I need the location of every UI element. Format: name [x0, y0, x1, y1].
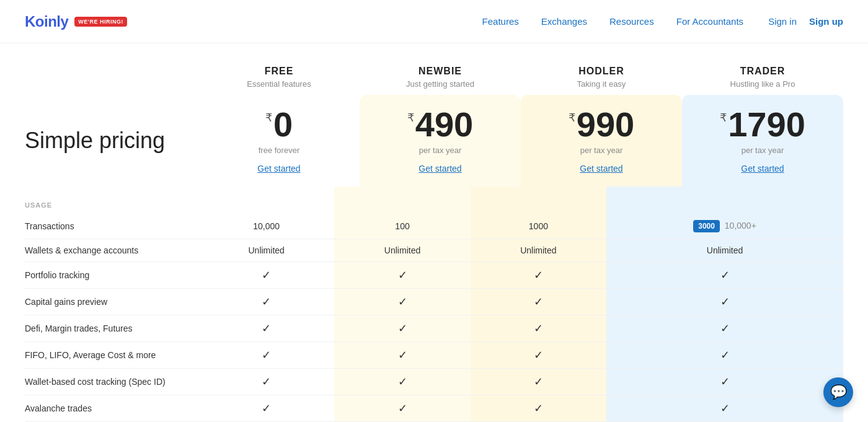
currency-newbie: ₹ — [407, 112, 414, 123]
hiring-badge: WE'RE HIRING! — [74, 17, 127, 27]
nav-features[interactable]: Features — [482, 16, 519, 27]
check-icon: ✓ — [262, 322, 271, 335]
tx-hodler-value: 1000 — [529, 221, 548, 231]
logo-area[interactable]: Koinly WE'RE HIRING! — [25, 13, 127, 30]
val-capital-free: ✓ — [198, 289, 334, 315]
check-icon: ✓ — [720, 296, 730, 308]
val-wallet-cost-free: ✓ — [198, 369, 334, 395]
val-transactions-trader: 3000 10,000+ — [606, 214, 843, 239]
price-cell-hodler: ₹ 990 per tax year Get started — [521, 95, 682, 187]
currency-trader: ₹ — [720, 112, 727, 123]
val-avalanche-trader: ✓ — [606, 395, 843, 422]
price-number-newbie: 490 — [415, 107, 473, 142]
plan-header-hodler: HODLER Taking it easy — [521, 56, 682, 95]
check-icon: ✓ — [534, 296, 543, 308]
price-period-hodler: per tax year — [527, 146, 676, 155]
val-avalanche-newbie: ✓ — [334, 395, 470, 422]
nav-actions: Sign in Sign up — [768, 16, 843, 27]
check-icon: ✓ — [720, 349, 730, 361]
currency-free: ₹ — [265, 112, 272, 123]
price-number-trader: 1790 — [728, 107, 805, 142]
val-transactions-hodler: 1000 — [471, 214, 606, 239]
val-fifo-newbie: ✓ — [334, 342, 470, 369]
price-period-trader: per tax year — [688, 146, 837, 155]
section-label-usage: USAGE — [25, 187, 198, 214]
val-avalanche-hodler: ✓ — [471, 395, 606, 422]
val-defi-hodler: ✓ — [471, 315, 606, 342]
val-defi-trader: ✓ — [606, 315, 843, 342]
check-icon: ✓ — [262, 402, 271, 415]
plan-header-trader: TRADER Hustling like a Pro — [682, 56, 843, 95]
val-portfolio-trader: ✓ — [606, 262, 843, 289]
chat-icon: 💬 — [830, 384, 847, 400]
check-icon: ✓ — [720, 402, 730, 415]
features-table: USAGE Transactions 10,000 100 — [25, 187, 843, 422]
page-title: Simple pricing — [25, 130, 165, 152]
check-icon: ✓ — [262, 296, 271, 308]
check-icon: ✓ — [534, 402, 543, 415]
plan-header-newbie: NEWBIE Just getting started — [360, 56, 521, 95]
row-wallet-cost: Wallet-based cost tracking (Spec ID) ✓ ✓… — [25, 369, 843, 395]
val-wallet-cost-trader: ✓ — [606, 369, 843, 395]
price-cell-free: ₹ 0 free forever Get started — [198, 95, 360, 187]
tx-free-value: 10,000 — [253, 221, 280, 231]
nav-accountants[interactable]: For Accountants — [676, 16, 743, 27]
row-transactions: Transactions 10,000 100 1000 3000 10,000… — [25, 214, 843, 239]
price-amount-newbie: ₹ 490 — [366, 107, 515, 142]
check-icon: ✓ — [534, 349, 543, 361]
check-icon: ✓ — [262, 349, 271, 361]
val-fifo-trader: ✓ — [606, 342, 843, 369]
nav-links: Features Exchanges Resources For Account… — [482, 16, 744, 27]
feature-defi: Defi, Margin trades, Futures — [25, 315, 198, 342]
check-icon: ✓ — [398, 269, 407, 281]
check-icon: ✓ — [398, 402, 407, 415]
row-wallets: Wallets & exchange accounts Unlimited Un… — [25, 239, 843, 262]
val-avalanche-free: ✓ — [198, 395, 334, 422]
check-icon: ✓ — [398, 322, 407, 335]
price-cell-newbie: ₹ 490 per tax year Get started — [360, 95, 521, 187]
val-transactions-free: 10,000 — [198, 214, 334, 239]
chat-bubble[interactable]: 💬 — [823, 377, 853, 407]
signup-link[interactable]: Sign up — [809, 16, 843, 27]
val-portfolio-hodler: ✓ — [471, 262, 606, 289]
check-icon: ✓ — [534, 376, 543, 388]
feature-fifo: FIFO, LIFO, Average Cost & more — [25, 342, 198, 369]
section-usage: USAGE — [25, 187, 843, 214]
feature-portfolio: Portfolio tracking — [25, 262, 198, 289]
nav-exchanges[interactable]: Exchanges — [541, 16, 587, 27]
val-capital-trader: ✓ — [606, 289, 843, 315]
price-amount-hodler: ₹ 990 — [527, 107, 676, 142]
plan-header-free: FREE Essential features — [198, 56, 360, 95]
price-period-newbie: per tax year — [366, 146, 515, 155]
val-wallet-cost-hodler: ✓ — [471, 369, 606, 395]
navigation: Koinly WE'RE HIRING! Features Exchanges … — [0, 0, 868, 43]
feature-transactions: Transactions — [25, 214, 198, 239]
val-wallets-trader: Unlimited — [606, 239, 843, 262]
header-empty-cell — [25, 56, 198, 95]
tx-extra: 10,000+ — [725, 221, 756, 231]
check-icon: ✓ — [534, 269, 543, 281]
val-wallets-hodler: Unlimited — [471, 239, 606, 262]
nav-resources[interactable]: Resources — [609, 16, 654, 27]
cta-trader[interactable]: Get started — [741, 164, 784, 174]
price-amount-free: ₹ 0 — [205, 107, 353, 142]
check-icon: ✓ — [398, 296, 407, 308]
logo-text: Koinly — [25, 13, 68, 30]
val-capital-newbie: ✓ — [334, 289, 470, 315]
check-icon: ✓ — [398, 376, 407, 388]
cta-newbie[interactable]: Get started — [418, 164, 461, 174]
tx-newbie-value: 100 — [395, 221, 409, 231]
val-capital-hodler: ✓ — [471, 289, 606, 315]
price-amount-trader: ₹ 1790 — [688, 107, 837, 142]
price-number-free: 0 — [273, 107, 293, 142]
price-cell-trader: ₹ 1790 per tax year Get started — [682, 95, 843, 187]
cta-free[interactable]: Get started — [257, 164, 300, 174]
price-period-free: free forever — [205, 146, 353, 155]
signin-link[interactable]: Sign in — [768, 16, 797, 27]
feature-wallets: Wallets & exchange accounts — [25, 239, 198, 262]
cta-hodler[interactable]: Get started — [580, 164, 622, 174]
row-portfolio: Portfolio tracking ✓ ✓ ✓ ✓ — [25, 262, 843, 289]
currency-hodler: ₹ — [569, 112, 575, 123]
val-transactions-newbie: 100 — [334, 214, 470, 239]
tx-badge: 3000 — [693, 220, 720, 232]
